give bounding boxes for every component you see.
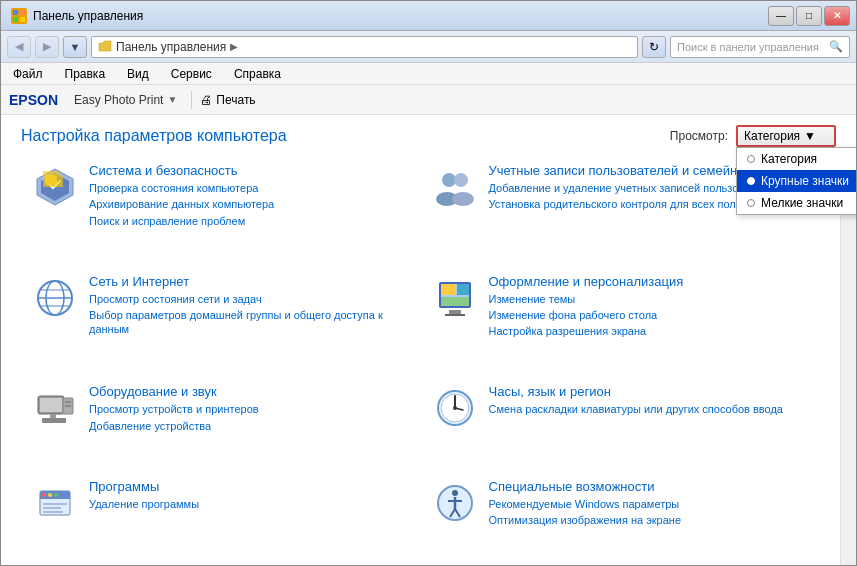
search-placeholder: Поиск в панели управления bbox=[677, 41, 819, 53]
window-controls: — □ ✕ bbox=[768, 6, 850, 26]
address-path: Панель управления bbox=[116, 40, 226, 54]
appearance-content: Оформление и персонализация Изменение те… bbox=[489, 274, 811, 341]
view-current: Категория bbox=[744, 129, 800, 143]
clock-title[interactable]: Часы, язык и регион bbox=[489, 384, 811, 399]
view-selector: Просмотр: Категория ▼ Категория Крупн bbox=[670, 125, 836, 147]
programs-content: Программы Удаление программы bbox=[89, 479, 411, 513]
network-link-1[interactable]: Выбор параметров домашней группы и общег… bbox=[89, 308, 411, 337]
svg-rect-21 bbox=[441, 297, 469, 306]
accessibility-title[interactable]: Специальные возможности bbox=[489, 479, 811, 494]
hardware-title[interactable]: Оборудование и звук bbox=[89, 384, 411, 399]
system-link-1[interactable]: Архивирование данных компьютера bbox=[89, 197, 411, 211]
appearance-title[interactable]: Оформление и персонализация bbox=[489, 274, 811, 289]
search-icon: 🔍 bbox=[829, 40, 843, 53]
svg-point-41 bbox=[48, 493, 52, 497]
close-button[interactable]: ✕ bbox=[824, 6, 850, 26]
view-option-large[interactable]: Крупные значки bbox=[737, 170, 856, 192]
svg-rect-29 bbox=[65, 401, 71, 403]
radio-dot-small bbox=[747, 199, 755, 207]
path-arrow: ▶ bbox=[230, 41, 238, 52]
svg-rect-3 bbox=[20, 17, 25, 22]
forward-button[interactable]: ▶ bbox=[35, 36, 59, 58]
network-content: Сеть и Интернет Просмотр состояния сети … bbox=[89, 274, 411, 339]
dropdown-arrow-icon: ▼ bbox=[804, 129, 816, 143]
category-system: Система и безопасность Проверка состояни… bbox=[21, 155, 421, 266]
menu-edit[interactable]: Правка bbox=[59, 65, 112, 83]
accessibility-icon bbox=[431, 479, 479, 527]
view-label: Просмотр: bbox=[670, 129, 728, 143]
network-title[interactable]: Сеть и Интернет bbox=[89, 274, 411, 289]
print-icon: 🖨 bbox=[200, 93, 212, 107]
address-bar: ◀ ▶ ▼ Панель управления ▶ ↻ Поиск в пане… bbox=[1, 31, 856, 63]
system-link-0[interactable]: Проверка состояния компьютера bbox=[89, 181, 411, 195]
svg-point-47 bbox=[452, 490, 458, 496]
svg-point-36 bbox=[453, 406, 457, 410]
title-bar: Панель управления — □ ✕ bbox=[1, 1, 856, 31]
maximize-button[interactable]: □ bbox=[796, 6, 822, 26]
menu-help[interactable]: Справка bbox=[228, 65, 287, 83]
app-dropdown-arrow[interactable]: ▼ bbox=[167, 94, 177, 105]
system-title[interactable]: Система и безопасность bbox=[89, 163, 411, 178]
search-box[interactable]: Поиск в панели управления 🔍 bbox=[670, 36, 850, 58]
appearance-link-2[interactable]: Настройка разрешения экрана bbox=[489, 324, 811, 338]
view-option-category[interactable]: Категория bbox=[737, 148, 856, 170]
system-content: Система и безопасность Проверка состояни… bbox=[89, 163, 411, 230]
network-link-0[interactable]: Просмотр состояния сети и задач bbox=[89, 292, 411, 306]
programs-title[interactable]: Программы bbox=[89, 479, 411, 494]
svg-rect-2 bbox=[13, 17, 18, 22]
scrollbar[interactable] bbox=[840, 155, 856, 565]
app-name-item[interactable]: Easy Photo Print ▼ bbox=[68, 91, 183, 109]
system-icon bbox=[31, 163, 79, 211]
programs-link-0[interactable]: Удаление программы bbox=[89, 497, 411, 511]
clock-link-0[interactable]: Смена раскладки клавиатуры или других сп… bbox=[489, 402, 811, 416]
accessibility-link-0[interactable]: Рекомендуемые Windows параметры bbox=[489, 497, 811, 511]
categories-grid: Система и безопасность Проверка состояни… bbox=[1, 155, 840, 565]
view-option-label-large: Крупные значки bbox=[761, 174, 849, 188]
clock-content: Часы, язык и регион Смена раскладки клав… bbox=[489, 384, 811, 418]
menu-bar: Файл Правка Вид Сервис Справка bbox=[1, 63, 856, 85]
view-option-label-small: Мелкие значки bbox=[761, 196, 843, 210]
svg-rect-25 bbox=[40, 398, 62, 412]
accessibility-content: Специальные возможности Рекомендуемые Wi… bbox=[489, 479, 811, 530]
print-label: Печать bbox=[216, 93, 255, 107]
folder-icon bbox=[98, 40, 112, 54]
title-text: Панель управления bbox=[33, 9, 143, 23]
hardware-link-0[interactable]: Просмотр устройств и принтеров bbox=[89, 402, 411, 416]
title-bar-left: Панель управления bbox=[11, 8, 143, 24]
svg-point-9 bbox=[454, 173, 468, 187]
category-accessibility: Специальные возможности Рекомендуемые Wi… bbox=[421, 471, 821, 565]
back-button[interactable]: ◀ bbox=[7, 36, 31, 58]
view-dropdown-button[interactable]: Категория ▼ bbox=[736, 125, 836, 147]
dropdown-button[interactable]: ▼ bbox=[63, 36, 87, 58]
window-icon bbox=[11, 8, 27, 24]
svg-rect-19 bbox=[441, 284, 455, 295]
hardware-content: Оборудование и звук Просмотр устройств и… bbox=[89, 384, 411, 435]
radio-dot bbox=[747, 155, 755, 163]
menu-service[interactable]: Сервис bbox=[165, 65, 218, 83]
minimize-button[interactable]: — bbox=[768, 6, 794, 26]
system-link-2[interactable]: Поиск и исправление проблем bbox=[89, 214, 411, 228]
view-option-label: Категория bbox=[761, 152, 817, 166]
category-clock: Часы, язык и регион Смена раскладки клав… bbox=[421, 376, 821, 470]
menu-file[interactable]: Файл bbox=[7, 65, 49, 83]
svg-rect-23 bbox=[445, 314, 465, 316]
address-field[interactable]: Панель управления ▶ bbox=[91, 36, 638, 58]
menu-view[interactable]: Вид bbox=[121, 65, 155, 83]
view-option-small[interactable]: Мелкие значки bbox=[737, 192, 856, 214]
appearance-link-0[interactable]: Изменение темы bbox=[489, 292, 811, 306]
svg-rect-26 bbox=[42, 418, 66, 423]
content-area: Система и безопасность Проверка состояни… bbox=[1, 155, 856, 565]
hardware-link-1[interactable]: Добавление устройства bbox=[89, 419, 411, 433]
main-content: Настройка параметров компьютера Просмотр… bbox=[1, 115, 856, 565]
toolbar-divider bbox=[191, 91, 192, 109]
svg-point-8 bbox=[442, 173, 456, 187]
refresh-button[interactable]: ↻ bbox=[642, 36, 666, 58]
appearance-link-1[interactable]: Изменение фона рабочего стола bbox=[489, 308, 811, 322]
svg-point-42 bbox=[54, 493, 58, 497]
print-button[interactable]: 🖨 Печать bbox=[200, 93, 255, 107]
clock-icon bbox=[431, 384, 479, 432]
accessibility-link-1[interactable]: Оптимизация изображения на экране bbox=[489, 513, 811, 527]
view-dropdown[interactable]: Категория ▼ Категория Крупные значки bbox=[736, 125, 836, 147]
network-icon bbox=[31, 274, 79, 322]
svg-rect-44 bbox=[43, 507, 61, 509]
